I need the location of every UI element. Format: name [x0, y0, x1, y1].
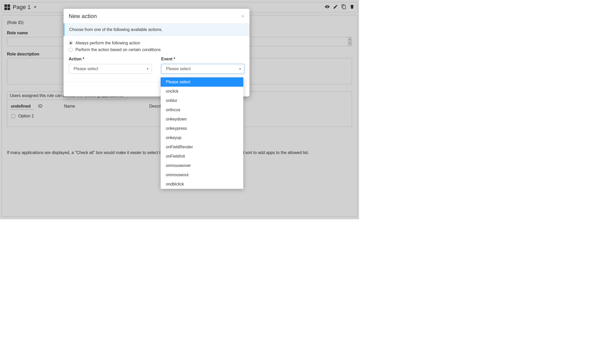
- dropdown-item[interactable]: ondblclick: [161, 180, 243, 189]
- radio-always-label: Always perform the following action: [75, 41, 140, 45]
- dropdown-item[interactable]: onblur: [161, 96, 243, 105]
- chevron-down-icon: ▼: [146, 67, 149, 70]
- radio-conditional[interactable]: [69, 48, 73, 52]
- chevron-down-icon: ▼: [239, 67, 241, 70]
- event-select-value: Please select: [166, 67, 191, 71]
- dropdown-item[interactable]: onkeyup: [161, 133, 243, 142]
- modal-title: New action: [69, 13, 97, 20]
- dropdown-item[interactable]: onfocus: [161, 105, 243, 115]
- event-label: Event *: [161, 57, 244, 61]
- dropdown-item[interactable]: onmouseover: [161, 161, 243, 170]
- radio-always[interactable]: [69, 41, 73, 45]
- modal-info-banner: Choose from one of the following availab…: [64, 23, 250, 36]
- event-dropdown: Please selectonclickonbluronfocusonkeydo…: [161, 77, 243, 189]
- dropdown-item[interactable]: onclick: [161, 87, 243, 96]
- radio-conditional-label: Perform the action based on certain cond…: [75, 47, 161, 52]
- dropdown-item[interactable]: onkeydown: [161, 115, 243, 124]
- close-icon[interactable]: ×: [241, 13, 244, 19]
- dropdown-item[interactable]: onkeypress: [161, 124, 243, 133]
- action-select-value: Please select: [74, 67, 98, 71]
- dropdown-item[interactable]: onFieldRender: [161, 142, 243, 152]
- dropdown-item[interactable]: onmouseout: [161, 170, 243, 180]
- dropdown-item[interactable]: onFieldInit: [161, 152, 243, 161]
- dropdown-item[interactable]: Please select: [161, 77, 243, 87]
- event-select[interactable]: Please select ▼: [161, 64, 244, 74]
- action-label: Action *: [69, 57, 152, 61]
- action-select[interactable]: Please select ▼: [69, 64, 152, 74]
